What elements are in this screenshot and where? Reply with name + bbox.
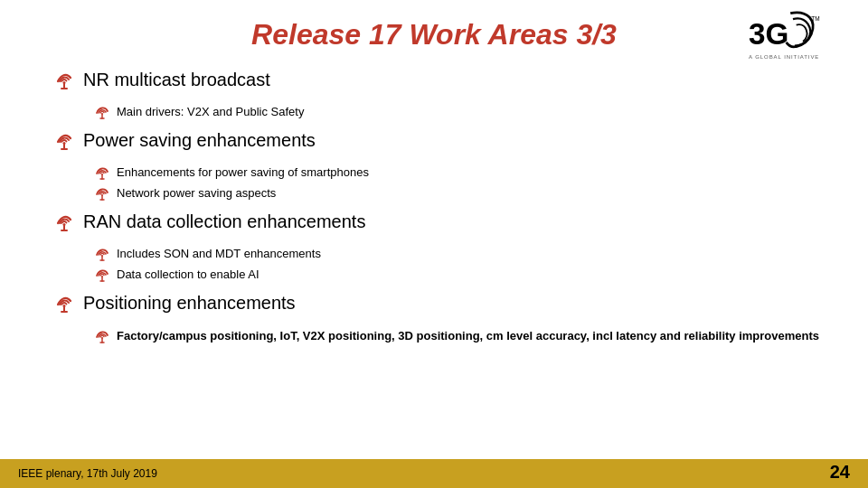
page-number: 24 (830, 462, 850, 483)
sub-item-2-1-text: Enhancements for power saving of smartph… (117, 165, 369, 179)
section-2-heading: Power saving enhancements (83, 130, 316, 151)
sub-item-3-2-text: Data collection to enable AI (117, 267, 259, 281)
bullet-icon-4 (54, 295, 74, 319)
section-ran-data: RAN data collection enhancements (54, 211, 823, 238)
svg-text:TM: TM (811, 15, 819, 22)
bullet-icon-2 (54, 132, 74, 156)
sub-bullet-icon-3-1 (95, 248, 109, 265)
footer-label: IEEE plenary, 17th July 2019 (18, 467, 157, 480)
slide-header: Release 17 Work Areas 3/3 3G TM A GLOBAL… (45, 18, 823, 52)
svg-text:A GLOBAL INITIATIVE: A GLOBAL INITIATIVE (749, 54, 819, 60)
section-nr-multicast: NR multicast broadcast (54, 70, 823, 96)
bullet-icon-3 (54, 213, 74, 238)
footer-bar: IEEE plenary, 17th July 2019 (0, 459, 868, 488)
sub-item-3-1: Includes SON and MDT enhancements (95, 247, 823, 265)
section-1-subitems: Main drivers: V2X and Public Safety (95, 105, 823, 123)
footer-text: IEEE plenary, 17th July 2019 (18, 467, 157, 480)
sub-bullet-icon-3-2 (95, 268, 109, 286)
3gpp-logo: 3G TM A GLOBAL INITIATIVE (741, 9, 823, 63)
logo-area: 3G TM A GLOBAL INITIATIVE (741, 9, 823, 67)
sub-item-4-1: Factory/campus positioning, IoT, V2X pos… (95, 328, 823, 347)
section-3-subitems: Includes SON and MDT enhancements Data c… (95, 247, 823, 286)
slide-content: NR multicast broadcast Main drivers: V2X… (45, 70, 823, 347)
bullet-icon-1 (54, 71, 74, 96)
sub-item-3-2: Data collection to enable AI (95, 267, 823, 286)
sub-item-2-1: Enhancements for power saving of smartph… (95, 165, 823, 183)
sub-item-1-1: Main drivers: V2X and Public Safety (95, 105, 823, 123)
sub-bullet-icon-2-2 (95, 187, 109, 204)
section-2-subitems: Enhancements for power saving of smartph… (95, 165, 823, 204)
sub-item-3-1-text: Includes SON and MDT enhancements (117, 247, 321, 260)
section-4-subitems: Factory/campus positioning, IoT, V2X pos… (95, 328, 823, 347)
section-positioning: Positioning enhancements (54, 293, 823, 319)
sub-item-1-1-text: Main drivers: V2X and Public Safety (117, 105, 304, 118)
sub-item-4-1-text: Factory/campus positioning, IoT, V2X pos… (117, 328, 819, 344)
slide: Release 17 Work Areas 3/3 3G TM A GLOBAL… (0, 0, 868, 488)
section-power-saving: Power saving enhancements (54, 130, 823, 156)
sub-bullet-icon-4-1 (95, 330, 109, 347)
section-3-heading: RAN data collection enhancements (83, 211, 365, 232)
sub-item-2-2-text: Network power saving aspects (117, 186, 276, 200)
sub-bullet-icon-1-1 (95, 106, 109, 123)
section-1-heading: NR multicast broadcast (83, 70, 270, 90)
section-4-heading: Positioning enhancements (83, 293, 296, 314)
slide-title: Release 17 Work Areas 3/3 (251, 18, 617, 52)
svg-text:3G: 3G (749, 17, 788, 51)
sub-item-2-2: Network power saving aspects (95, 186, 823, 204)
sub-bullet-icon-2-1 (95, 166, 109, 183)
